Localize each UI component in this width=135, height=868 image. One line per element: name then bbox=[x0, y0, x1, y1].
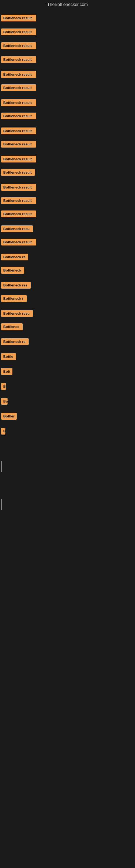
bottleneck-item: Bottleneck resu bbox=[1, 310, 33, 317]
bottleneck-item: Bottleneck resu bbox=[1, 225, 33, 232]
bottleneck-item: Bottleneck result bbox=[1, 127, 36, 134]
bottleneck-item: Bottleneck result bbox=[1, 29, 36, 35]
bottleneck-item: Bottle bbox=[1, 353, 16, 360]
bottleneck-item: Bottleneck bbox=[1, 267, 24, 274]
bottleneck-item: Bottleneck result bbox=[1, 141, 36, 148]
bottleneck-item: Bottlenec bbox=[1, 323, 23, 330]
bottleneck-item: Bottler bbox=[1, 413, 17, 420]
bottleneck-item: Bottleneck result bbox=[1, 84, 36, 91]
bottleneck-item: B bbox=[1, 428, 5, 435]
bottleneck-item: Bottleneck re bbox=[1, 254, 28, 260]
bottleneck-item: Bottleneck result bbox=[1, 113, 36, 119]
bottleneck-item: Bottleneck re bbox=[1, 338, 29, 345]
bottleneck-item: Bottleneck result bbox=[1, 239, 36, 246]
bottleneck-item: Bottleneck res bbox=[1, 282, 31, 289]
bottleneck-item: Bottleneck result bbox=[1, 56, 36, 63]
bottleneck-list: Bottleneck resultBottleneck resultBottle… bbox=[0, 9, 135, 439]
bottleneck-item: Bottleneck result bbox=[1, 14, 36, 22]
bottleneck-item: Bottleneck result bbox=[1, 184, 36, 191]
bottleneck-item: Bott bbox=[1, 368, 12, 375]
bottleneck-item: Bottleneck result bbox=[1, 156, 36, 162]
bottleneck-item: Bo bbox=[1, 398, 8, 405]
cursor-line bbox=[1, 461, 2, 472]
bottleneck-item: B bbox=[1, 383, 6, 390]
bottleneck-item: Bottleneck r bbox=[1, 295, 27, 302]
bottleneck-item: Bottleneck result bbox=[1, 42, 36, 49]
bottleneck-item: Bottleneck result bbox=[1, 197, 36, 204]
site-title: TheBottlenecker.com bbox=[0, 0, 135, 9]
bottleneck-item: Bottleneck result bbox=[1, 99, 36, 106]
bottleneck-item: Bottleneck result bbox=[1, 211, 36, 217]
bottleneck-item: Bottleneck result bbox=[1, 71, 36, 78]
cursor-line-2 bbox=[1, 499, 2, 510]
bottleneck-item: Bottleneck result bbox=[1, 169, 35, 176]
